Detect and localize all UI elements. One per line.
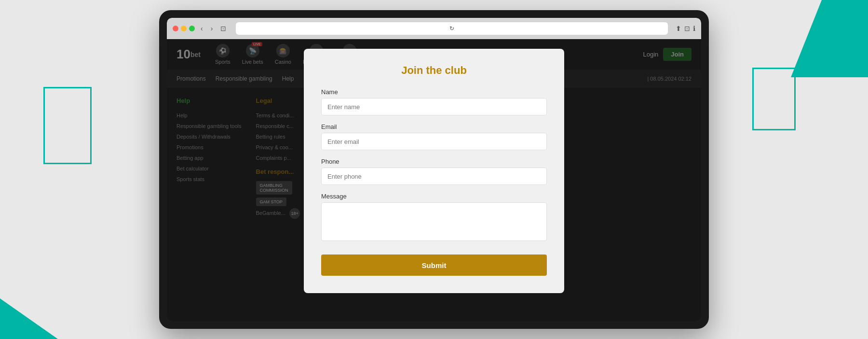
browser-chrome: ‹ › ⊡ ↻ ⬆ ⊡ ℹ xyxy=(167,18,701,39)
laptop-wrapper: ‹ › ⊡ ↻ ⬆ ⊡ ℹ 10 bet xyxy=(159,10,709,329)
name-form-group: Name xyxy=(321,88,547,115)
forward-button[interactable]: › xyxy=(209,24,215,33)
modal-title: Join the club xyxy=(321,64,547,77)
reader-button[interactable]: ⊡ xyxy=(218,24,228,33)
submit-button[interactable]: Submit xyxy=(321,254,547,276)
phone-label: Phone xyxy=(321,158,547,165)
email-input[interactable] xyxy=(321,133,547,150)
laptop-screen: ‹ › ⊡ ↻ ⬆ ⊡ ℹ 10 bet xyxy=(167,18,701,321)
tl-green[interactable] xyxy=(189,26,195,31)
email-label: Email xyxy=(321,123,547,130)
deco-outline-left xyxy=(43,87,92,164)
name-input[interactable] xyxy=(321,98,547,115)
message-textarea[interactable] xyxy=(321,202,547,241)
info-icon[interactable]: ℹ xyxy=(693,25,695,32)
name-label: Name xyxy=(321,88,547,96)
deco-teal-bottom-left xyxy=(0,281,58,339)
join-modal: × Join the club Name Email Phone xyxy=(304,49,564,293)
deco-outline-right xyxy=(752,68,796,130)
tl-yellow[interactable] xyxy=(181,26,187,31)
phone-form-group: Phone xyxy=(321,158,547,185)
share-icon[interactable]: ⬆ xyxy=(676,25,681,32)
phone-input[interactable] xyxy=(321,168,547,185)
email-form-group: Email xyxy=(321,123,547,150)
message-label: Message xyxy=(321,193,547,200)
back-button[interactable]: ‹ xyxy=(199,24,205,33)
modal-overlay: × Join the club Name Email Phone xyxy=(167,39,701,321)
traffic-lights xyxy=(173,26,195,31)
url-bar[interactable]: ↻ xyxy=(236,22,668,35)
bookmark-icon[interactable]: ⊡ xyxy=(684,25,690,32)
message-form-group: Message xyxy=(321,193,547,243)
tl-red[interactable] xyxy=(173,26,178,31)
browser-actions: ⬆ ⊡ ℹ xyxy=(676,25,695,32)
laptop-outer: ‹ › ⊡ ↻ ⬆ ⊡ ℹ 10 bet xyxy=(159,10,709,329)
deco-teal-top-right xyxy=(791,0,868,77)
refresh-icon: ↻ xyxy=(449,25,454,32)
site-content: 10 bet ⚽ Sports 📡 LIVE xyxy=(167,39,701,321)
